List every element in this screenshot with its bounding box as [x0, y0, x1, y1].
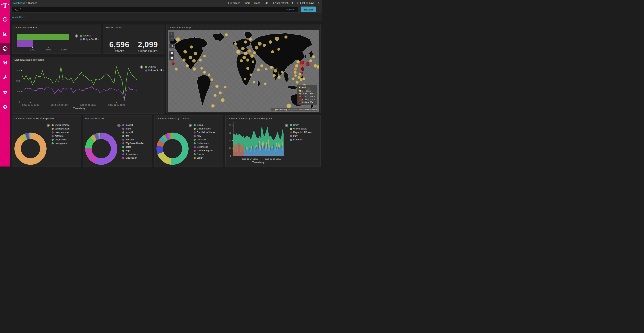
legend-label[interactable]: mass scanner: [55, 131, 69, 134]
legend-item[interactable]: Republic of Korea: [194, 131, 215, 134]
legend-label[interactable]: United Kingdom: [197, 149, 213, 152]
map-attack-point[interactable]: [236, 50, 240, 54]
map-attack-point[interactable]: [300, 64, 303, 68]
map-attack-point[interactable]: [225, 33, 228, 36]
query-options-link[interactable]: Options: [286, 8, 294, 11]
legend-item[interactable]: Seychelles: [194, 146, 215, 148]
legend-label[interactable]: 635.4 – 794: [302, 101, 314, 103]
map-attack-point[interactable]: [214, 94, 216, 97]
legend-item[interactable]: Russia: [194, 153, 215, 156]
map-attack-point[interactable]: [296, 81, 298, 84]
map-attack-point[interactable]: [275, 37, 279, 41]
legend-label[interactable]: Attacks: [83, 34, 91, 37]
legend-label[interactable]: China: [293, 124, 299, 126]
legend-label[interactable]: ftpdatalisten: [126, 153, 138, 156]
legend-collapse-icon[interactable]: [75, 34, 78, 38]
legend-label[interactable]: China: [197, 124, 203, 126]
map-attack-point[interactable]: [208, 74, 210, 76]
legend-item[interactable]: TftpServerHandler: [122, 142, 144, 145]
time-forward-button[interactable]: [318, 2, 319, 5]
legend-item[interactable]: malware: [52, 135, 70, 137]
legend-label[interactable]: 159.6 – 318.2: [302, 93, 315, 95]
map-attack-point[interactable]: [272, 74, 276, 77]
map-attack-point[interactable]: [260, 64, 263, 67]
legend-item[interactable]: httpd: [122, 127, 144, 130]
legend-item[interactable]: 635.4 – 794: [299, 101, 315, 103]
legend-label[interactable]: mssqld: [126, 124, 133, 126]
legend-label[interactable]: Unique Src IPs: [148, 69, 164, 72]
legend-item[interactable]: bot, crawler: [52, 138, 70, 141]
legend-label[interactable]: mqttd: [126, 149, 131, 152]
rectangle-draw-icon[interactable]: [170, 56, 174, 60]
bar-unique-src-ips[interactable]: [17, 40, 33, 47]
map-attack-point[interactable]: [312, 55, 315, 58]
nav-action-clone[interactable]: Clone: [254, 2, 260, 5]
legend-item[interactable]: Italy: [194, 135, 215, 137]
legend-collapse-icon[interactable]: [46, 124, 50, 127]
legend-label[interactable]: Republic of Korea: [197, 131, 215, 134]
legend-label[interactable]: 318.2 – 476.8: [302, 95, 315, 98]
legend-collapse-icon[interactable]: [140, 65, 143, 69]
map-attack-point[interactable]: [174, 68, 178, 71]
series-line-unique-src-ips[interactable]: [22, 87, 137, 100]
legend-item[interactable]: United Kingdom: [194, 149, 215, 152]
map-attack-point[interactable]: [244, 41, 247, 44]
legend-item[interactable]: China: [194, 124, 215, 126]
reputation-donut-chart[interactable]: [14, 133, 46, 165]
map-attack-point[interactable]: [271, 50, 274, 53]
add-filter-button[interactable]: Add a filter +: [12, 16, 26, 19]
attacks-bar-chart[interactable]: 2,0004,0006,000: [17, 34, 76, 53]
map-attack-point[interactable]: [252, 61, 254, 63]
sidebar-item-bar-chart[interactable]: [0, 28, 10, 40]
legend-item[interactable]: pptpd: [122, 146, 144, 148]
legend-item[interactable]: China: [290, 124, 312, 126]
search-input[interactable]: >_ * Options: [12, 7, 298, 12]
map-attack-point[interactable]: [248, 38, 252, 41]
legend-item[interactable]: mssqld: [122, 124, 144, 126]
legend-label[interactable]: Italy: [293, 135, 298, 137]
map-attack-point[interactable]: [182, 59, 186, 62]
legend-collapse-icon[interactable]: [188, 124, 192, 127]
map-attack-point[interactable]: [300, 78, 303, 81]
map-attack-point[interactable]: [184, 50, 187, 54]
map-attack-point[interactable]: [269, 40, 272, 44]
zoom-in-button[interactable]: +: [170, 32, 174, 36]
map-attack-point[interactable]: [244, 78, 246, 80]
map-attack-point[interactable]: [278, 76, 280, 79]
map-attack-point[interactable]: [294, 67, 297, 71]
map-attack-point[interactable]: [186, 64, 189, 67]
legend-label[interactable]: mongod: [126, 138, 134, 141]
map-attack-point[interactable]: [244, 52, 248, 56]
legend-label[interactable]: 476.8 – 635.4: [302, 98, 315, 101]
series-line-attacks[interactable]: [22, 66, 137, 99]
map-attack-point[interactable]: [263, 44, 266, 47]
time-range-picker[interactable]: Last 30 days: [297, 2, 314, 5]
legend-label[interactable]: bad reputation: [55, 127, 70, 130]
map-attack-point[interactable]: [199, 59, 202, 62]
legend-item[interactable]: Denmark: [194, 138, 215, 141]
legend-label[interactable]: Republic of Korea: [293, 131, 312, 134]
legend-label[interactable]: SipSession: [126, 157, 137, 159]
zoom-out-button[interactable]: −: [170, 37, 174, 41]
map-attack-point[interactable]: [246, 67, 249, 70]
legend-item[interactable]: mass scanner: [52, 131, 70, 134]
legend-label[interactable]: malware: [55, 135, 64, 137]
bar-attacks[interactable]: [17, 34, 68, 40]
sidebar-item-gauge[interactable]: [0, 43, 10, 55]
map-attack-point[interactable]: [294, 71, 297, 74]
legend-label[interactable]: ftpd: [126, 135, 130, 137]
legend-item[interactable]: ftpd: [122, 135, 144, 137]
legend-label[interactable]: known attacker: [55, 124, 70, 126]
map-attack-point[interactable]: [294, 74, 297, 77]
map-attack-point[interactable]: [253, 51, 256, 54]
country-histogram-chart[interactable]: [227, 121, 284, 162]
map-attack-point[interactable]: [224, 86, 226, 88]
sidebar-item-wrench[interactable]: [0, 72, 10, 84]
map-attack-point[interactable]: [301, 67, 304, 71]
protocol-donut-chart[interactable]: [85, 133, 117, 165]
map-attack-point[interactable]: [248, 49, 251, 53]
nav-action-share[interactable]: Share: [244, 2, 250, 5]
map-attack-point[interactable]: [234, 42, 237, 45]
legend-item[interactable]: Italy: [290, 135, 312, 137]
legend-label[interactable]: Italy: [197, 135, 201, 137]
